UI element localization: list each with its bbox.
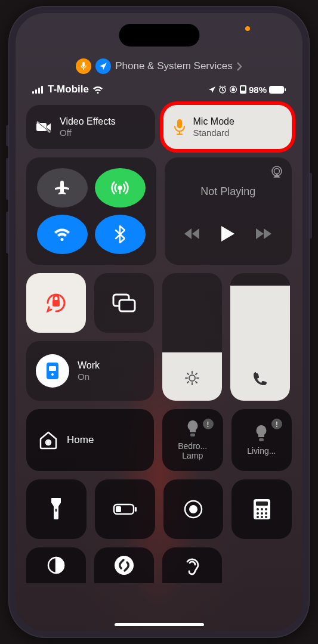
focus-button[interactable]: Work On <box>26 341 154 401</box>
battery-icon <box>269 86 286 94</box>
svg-rect-9 <box>241 86 245 91</box>
svg-rect-31 <box>55 509 57 512</box>
mic-mode-button[interactable]: Mic Mode Standard <box>163 105 292 149</box>
svg-point-50 <box>115 556 134 575</box>
privacy-indicator-dot <box>245 26 250 31</box>
svg-rect-30 <box>259 438 264 441</box>
privacy-banner-label: Phone & System Services <box>115 60 233 72</box>
phone-icon <box>252 371 268 386</box>
svg-point-37 <box>189 505 197 513</box>
bluetooth-button[interactable] <box>95 215 146 254</box>
svg-rect-34 <box>116 506 121 512</box>
status-bar: T-Mobile 98% <box>16 74 302 100</box>
svg-point-44 <box>261 512 263 515</box>
dynamic-island[interactable] <box>119 24 199 47</box>
svg-point-40 <box>257 508 259 510</box>
svg-point-48 <box>265 516 267 518</box>
volume-slider[interactable] <box>230 273 290 401</box>
device-label-2: Lamp <box>178 451 207 460</box>
svg-point-47 <box>261 516 263 518</box>
media-player-tile[interactable]: Not Playing <box>165 157 292 265</box>
svg-rect-32 <box>51 498 61 500</box>
privacy-banner[interactable]: Phone & System Services <box>16 58 302 74</box>
device-bedroom-lamp-button[interactable]: ! Bedro... Lamp <box>162 409 223 471</box>
cellular-data-button[interactable] <box>95 168 146 208</box>
media-title: Not Playing <box>200 185 255 198</box>
video-effects-title: Video Effects <box>60 116 116 127</box>
svg-point-25 <box>51 373 54 376</box>
svg-rect-15 <box>177 119 182 128</box>
svg-point-43 <box>257 512 259 515</box>
flashlight-button[interactable] <box>26 479 87 539</box>
calculator-button[interactable] <box>231 479 292 539</box>
play-button[interactable] <box>221 226 234 242</box>
phone-frame: Phone & System Services T-Mobile 98 <box>8 6 310 638</box>
home-indicator[interactable] <box>115 623 204 626</box>
brightness-slider[interactable] <box>162 273 222 401</box>
focus-sub: On <box>78 371 100 382</box>
home-label: Home <box>67 434 94 446</box>
home-app-button[interactable]: Home <box>26 409 154 471</box>
svg-point-46 <box>257 516 259 518</box>
svg-point-41 <box>261 508 263 510</box>
svg-rect-4 <box>41 86 43 94</box>
brightness-icon <box>184 370 200 386</box>
location-indicator-icon <box>95 58 111 74</box>
wifi-icon <box>92 86 103 94</box>
bulb-icon <box>186 420 199 438</box>
svg-rect-12 <box>36 123 47 131</box>
hearing-button[interactable] <box>162 547 222 583</box>
alert-badge-icon: ! <box>271 419 282 429</box>
airplay-icon[interactable] <box>270 166 283 178</box>
shazam-button[interactable] <box>94 547 154 583</box>
chevron-right-icon <box>237 62 242 71</box>
home-icon <box>38 431 58 450</box>
svg-rect-35 <box>135 507 137 512</box>
video-effects-button[interactable]: Video Effects Off <box>26 105 155 149</box>
mic-mode-sub: Standard <box>193 128 234 138</box>
svg-rect-24 <box>49 366 56 371</box>
focus-work-icon <box>36 354 69 388</box>
svg-point-42 <box>265 508 267 510</box>
svg-rect-20 <box>53 300 60 306</box>
svg-rect-11 <box>285 88 286 91</box>
screen-record-button[interactable] <box>163 479 224 539</box>
bulb-icon <box>255 425 268 442</box>
camera-off-icon <box>36 120 53 134</box>
mic-indicator-icon <box>76 58 91 74</box>
svg-point-26 <box>189 375 195 381</box>
alarm-icon <box>218 85 227 94</box>
connectivity-group[interactable] <box>26 157 156 265</box>
next-track-button[interactable] <box>256 228 271 239</box>
carrier-label: T-Mobile <box>48 83 89 95</box>
shortcut-icon <box>240 85 246 94</box>
orientation-lock-button[interactable] <box>26 273 86 333</box>
svg-rect-7 <box>232 89 234 91</box>
location-status-icon <box>208 86 216 94</box>
svg-rect-39 <box>256 501 268 506</box>
signal-icon <box>32 86 44 94</box>
previous-track-button[interactable] <box>184 228 200 239</box>
mic-icon <box>173 119 186 135</box>
device-living-button[interactable]: ! Living... <box>231 409 292 471</box>
focus-title: Work <box>78 360 100 371</box>
svg-rect-0 <box>82 62 85 67</box>
svg-point-28 <box>48 442 50 444</box>
airplane-mode-button[interactable] <box>37 168 88 208</box>
wifi-button[interactable] <box>37 215 88 254</box>
svg-rect-3 <box>38 88 40 94</box>
low-power-mode-button[interactable] <box>95 479 155 539</box>
video-effects-sub: Off <box>60 128 116 138</box>
lock-rotation-status-icon <box>229 85 237 94</box>
alert-badge-icon: ! <box>203 419 214 429</box>
screen-mirroring-button[interactable] <box>94 273 154 333</box>
device-label-1: Bedro... <box>178 441 207 451</box>
svg-rect-2 <box>35 89 37 94</box>
svg-rect-22 <box>119 300 135 311</box>
svg-rect-1 <box>32 91 34 94</box>
battery-percent: 98% <box>249 85 267 95</box>
dark-mode-button[interactable] <box>26 547 86 583</box>
svg-rect-29 <box>190 434 195 436</box>
svg-point-45 <box>265 512 267 515</box>
svg-rect-10 <box>269 86 284 94</box>
